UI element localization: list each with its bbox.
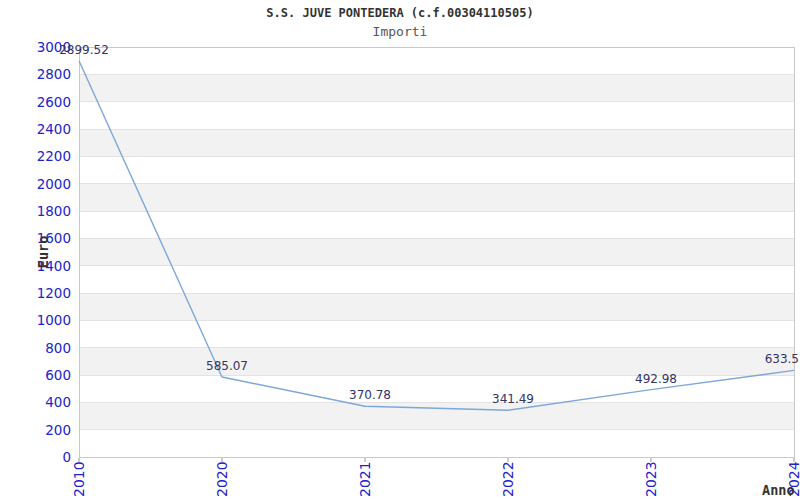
- svg-text:0: 0: [62, 449, 71, 465]
- x-tick-labels: 201020202021202220232024: [71, 458, 800, 497]
- svg-text:600: 600: [45, 367, 71, 383]
- svg-text:2021: 2021: [357, 461, 373, 497]
- svg-text:585.07: 585.07: [206, 359, 248, 373]
- svg-text:2800: 2800: [37, 66, 71, 82]
- svg-text:2020: 2020: [214, 461, 230, 497]
- svg-text:633.5: 633.5: [765, 352, 799, 366]
- svg-text:2000: 2000: [37, 176, 71, 192]
- svg-text:800: 800: [45, 340, 71, 356]
- svg-text:1800: 1800: [37, 203, 71, 219]
- svg-text:370.78: 370.78: [349, 388, 391, 402]
- svg-text:2023: 2023: [643, 461, 659, 497]
- svg-text:2022: 2022: [500, 461, 516, 497]
- svg-text:2010: 2010: [71, 461, 87, 497]
- svg-text:492.98: 492.98: [635, 372, 677, 386]
- svg-text:Anno: Anno: [762, 482, 795, 498]
- svg-text:1200: 1200: [37, 285, 71, 301]
- svg-text:1000: 1000: [37, 312, 71, 328]
- x-axis-title: Anno: [762, 482, 795, 498]
- svg-text:400: 400: [45, 394, 71, 410]
- svg-text:2899.52: 2899.52: [59, 43, 109, 57]
- svg-text:341.49: 341.49: [492, 392, 534, 406]
- band-stripes: [79, 74, 794, 429]
- svg-text:200: 200: [45, 422, 71, 438]
- svg-text:2400: 2400: [37, 121, 71, 137]
- svg-text:2600: 2600: [37, 94, 71, 110]
- line-chart: 0200400600800100012001400160018002000220…: [0, 0, 800, 500]
- svg-text:2200: 2200: [37, 148, 71, 164]
- chart-page: S.S. JUVE PONTEDERA (c.f.00304110505) Im…: [0, 0, 800, 500]
- svg-text:Euro: Euro: [35, 236, 51, 269]
- y-axis-title: Euro: [35, 236, 51, 269]
